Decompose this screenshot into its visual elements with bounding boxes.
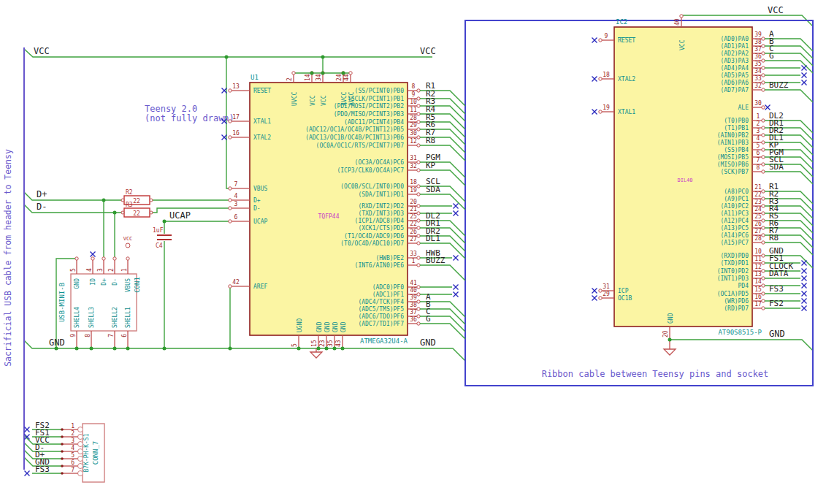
pin-end-circle bbox=[417, 226, 420, 229]
pin-end-circle bbox=[417, 136, 420, 139]
pin-end-circle bbox=[113, 257, 116, 260]
pin-end-circle bbox=[762, 126, 765, 129]
pin-name: VCC bbox=[679, 39, 686, 50]
junction-dot bbox=[342, 72, 345, 75]
pin-name: SHELL3 bbox=[88, 307, 95, 328]
pin-number: 15 bbox=[311, 340, 318, 347]
pin-name: UCAP bbox=[253, 218, 267, 225]
pin-number: 31 bbox=[603, 283, 610, 290]
pin-number: 29 bbox=[410, 122, 417, 129]
pin-name: (T0)PB0 bbox=[724, 118, 749, 124]
pin-end-circle bbox=[417, 169, 420, 172]
no-connect-x-icon bbox=[454, 292, 459, 297]
pin-end-circle bbox=[102, 257, 105, 260]
pin-name: (T0/OC4D/ADC10)PD7 bbox=[340, 240, 404, 247]
no-connect-x-icon bbox=[802, 291, 807, 297]
r3-terminal-left bbox=[121, 211, 124, 214]
pin-end-circle bbox=[762, 307, 765, 310]
no-connect-x-icon bbox=[802, 80, 807, 85]
pin-name: RESET bbox=[253, 88, 271, 94]
pin-name: (ADC1)PF1 bbox=[372, 291, 405, 298]
pin-name: (A8)PC0 bbox=[724, 188, 749, 195]
pin-number: 7 bbox=[108, 334, 115, 337]
vcc-label-mid: VCC bbox=[420, 46, 436, 56]
junction-dot bbox=[317, 347, 321, 351]
pin-number: 32 bbox=[754, 83, 762, 89]
junction-dot bbox=[333, 347, 337, 351]
IC2-reference: IC2 bbox=[616, 18, 627, 26]
pin-end-circle bbox=[417, 121, 420, 123]
pin-number: 36 bbox=[754, 53, 762, 60]
wire-end-dot bbox=[61, 465, 64, 467]
pin-number: 1 bbox=[121, 268, 128, 272]
con1-reference: CON1 bbox=[134, 277, 141, 293]
pin-name: (OC0B/SCL/INT0)PD0 bbox=[340, 183, 404, 190]
pin-end-circle bbox=[417, 315, 420, 318]
pin-name: (SS)PB4 bbox=[724, 147, 749, 153]
pin-end-circle bbox=[762, 134, 765, 137]
pin-end-circle bbox=[417, 300, 420, 303]
pin-end-circle bbox=[762, 52, 765, 55]
vcc-label-ic2-top: VCC bbox=[768, 5, 784, 15]
c4-reference: C4 bbox=[156, 243, 163, 249]
r2-reference: R2 bbox=[126, 189, 133, 196]
pin-end-circle bbox=[417, 256, 420, 259]
pin-number: 22 bbox=[754, 191, 762, 198]
pin-name: D- bbox=[253, 205, 261, 212]
conn7-reference: CONN_7 bbox=[92, 441, 99, 465]
pin-name: (A10)PC2 bbox=[720, 203, 749, 210]
pin-name: PD4 bbox=[738, 283, 749, 289]
pin-end-circle bbox=[417, 308, 420, 310]
pin-end-circle bbox=[229, 136, 232, 139]
pin-number: 35 bbox=[327, 340, 334, 347]
pin-name: (SS/PCINT0)PB0 bbox=[355, 88, 405, 94]
pin-number: 2 bbox=[71, 430, 74, 437]
pin-end-circle bbox=[229, 120, 232, 123]
pin-name: (A15)PC7 bbox=[720, 240, 749, 246]
gnd-label-mid: GND bbox=[420, 337, 436, 348]
net-wire bbox=[765, 90, 813, 102]
dplus-label: D+ bbox=[37, 189, 47, 199]
pin-name: OC1B bbox=[618, 295, 632, 302]
pin-number: 8 bbox=[757, 164, 760, 171]
no-connect-x-icon bbox=[802, 269, 807, 274]
pin-name: (AIN1)PB3 bbox=[717, 140, 749, 146]
pin-number: 24 bbox=[754, 206, 762, 213]
pin-end-circle bbox=[762, 74, 765, 77]
wire-end-dot bbox=[61, 435, 64, 438]
pin-number: 7 bbox=[71, 467, 74, 473]
pin-end-circle bbox=[762, 219, 765, 222]
capacitor-c4 bbox=[157, 235, 172, 240]
net-label: BUZZ bbox=[769, 80, 789, 90]
pin-name: (ADC5/TMS)PF5 bbox=[358, 306, 404, 313]
no-connect-x-icon bbox=[454, 285, 459, 290]
pin-name: (ADC4/TCK)PF4 bbox=[358, 299, 404, 305]
pin-end-circle bbox=[762, 59, 765, 62]
no-connect-x-icon bbox=[802, 66, 807, 71]
pin-number: 25 bbox=[754, 213, 762, 220]
pin-number: 8 bbox=[85, 334, 91, 337]
pin-end-circle bbox=[762, 148, 765, 151]
pin-name: (ADC6/TDO)PF6 bbox=[358, 313, 404, 320]
pin-end-circle bbox=[417, 89, 420, 92]
pin-end-circle bbox=[762, 81, 765, 84]
pin-end-circle bbox=[599, 297, 602, 299]
pin-number: 5 bbox=[291, 343, 298, 347]
U1-value: ATMEGA32U4-A bbox=[360, 337, 408, 345]
pin-number: 22 bbox=[410, 221, 417, 227]
pin-number: 26 bbox=[410, 229, 417, 235]
net-wire bbox=[420, 194, 465, 210]
pin-number: 16 bbox=[232, 130, 240, 137]
no-connect-x-icon bbox=[592, 296, 597, 301]
wire-end-dot bbox=[61, 457, 64, 460]
pin-number: 9 bbox=[412, 91, 416, 98]
pin-end-circle bbox=[762, 190, 765, 193]
pin-number: 15 bbox=[754, 286, 762, 293]
pin-number: 38 bbox=[754, 39, 762, 45]
pin-end-circle bbox=[417, 128, 420, 131]
pin-name: (SCK)PB7 bbox=[720, 169, 749, 175]
pin-number: 34 bbox=[316, 74, 322, 81]
pin-name: (AD2)PA2 bbox=[720, 50, 749, 57]
pin-name: (AD5)PA5 bbox=[720, 72, 749, 79]
pin-number: 39 bbox=[410, 294, 417, 301]
